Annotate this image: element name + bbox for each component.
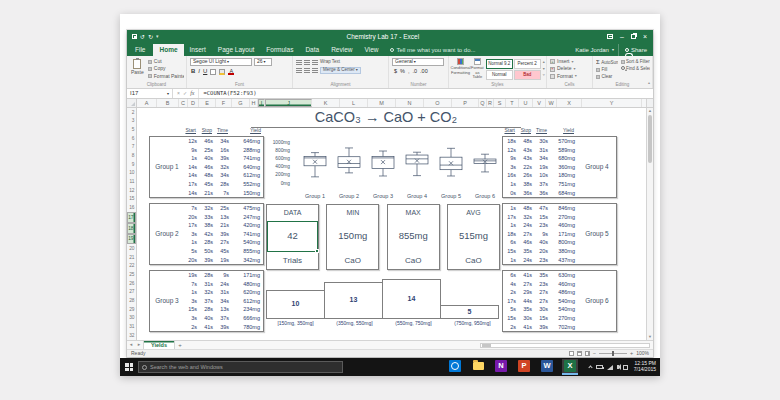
table-cell[interactable]: 40s bbox=[535, 238, 551, 247]
tab-insert[interactable]: Insert bbox=[184, 44, 212, 56]
table-cell[interactable]: 1s bbox=[184, 154, 200, 163]
histogram-bar[interactable]: 10 bbox=[266, 290, 325, 319]
taskbar-app-excel[interactable]: X bbox=[562, 359, 578, 375]
column-header-X[interactable]: X bbox=[557, 99, 582, 107]
table-cell[interactable]: 21s bbox=[200, 188, 216, 197]
table-cell[interactable]: 28s bbox=[200, 271, 216, 280]
table-cell[interactable]: 43s bbox=[519, 154, 535, 163]
row-header-18[interactable]: 18 bbox=[127, 223, 136, 234]
minimize-button[interactable]: – bbox=[620, 33, 624, 41]
table-cell[interactable]: 14s bbox=[184, 171, 200, 180]
column-header-N[interactable]: N bbox=[396, 99, 424, 107]
align-middle-icon[interactable] bbox=[304, 60, 310, 65]
column-header-V[interactable]: V bbox=[533, 99, 546, 107]
number-button[interactable]: % bbox=[400, 68, 405, 74]
table-cell[interactable]: 36s bbox=[519, 188, 535, 197]
tab-data[interactable]: Data bbox=[299, 44, 325, 56]
table-cell[interactable]: 1s bbox=[184, 288, 200, 297]
table-cell[interactable]: 45s bbox=[216, 247, 232, 256]
table-cell[interactable]: 48s bbox=[519, 204, 535, 213]
table-cell[interactable]: 13s bbox=[216, 305, 232, 314]
table-cell[interactable]: 1s bbox=[503, 255, 519, 264]
undo-icon[interactable]: ↺ bbox=[140, 34, 145, 41]
table-cell[interactable]: 15s bbox=[503, 247, 519, 256]
table-cell[interactable]: 486mg bbox=[551, 288, 578, 297]
cut-button[interactable]: Cut bbox=[148, 59, 184, 65]
table-cell[interactable]: 0s bbox=[503, 188, 519, 197]
table-cell[interactable]: 855mg bbox=[232, 247, 263, 256]
row-header-27[interactable]: 27 bbox=[127, 288, 136, 297]
row-header-31[interactable]: 31 bbox=[127, 323, 136, 332]
taskbar-app-cortana[interactable] bbox=[447, 359, 463, 375]
table-cell[interactable]: 460mg bbox=[551, 221, 578, 230]
number-button[interactable]: .0 bbox=[412, 68, 417, 74]
column-header-U[interactable]: U bbox=[519, 99, 533, 107]
table-cell[interactable]: 17s bbox=[503, 297, 519, 306]
table-cell[interactable]: 35s bbox=[519, 247, 535, 256]
table-cell[interactable]: 20s bbox=[184, 213, 200, 222]
number-button[interactable]: , bbox=[408, 68, 410, 74]
table-cell[interactable]: 7s bbox=[216, 188, 232, 197]
table-cell[interactable]: 34s bbox=[535, 154, 551, 163]
table-cell[interactable]: 3s bbox=[184, 297, 200, 306]
table-cell[interactable]: 35s bbox=[535, 271, 551, 280]
add-sheet-button[interactable]: + bbox=[175, 341, 185, 349]
row-header-25[interactable]: 25 bbox=[127, 270, 136, 279]
column-header-F[interactable]: F bbox=[216, 99, 232, 107]
gallery-down-icon[interactable]: ▾ bbox=[543, 67, 545, 72]
column-header-E[interactable]: E bbox=[199, 99, 216, 107]
table-cell[interactable]: 2s bbox=[503, 288, 519, 297]
table-cell[interactable]: 171mg bbox=[232, 271, 263, 280]
column-header-S[interactable]: S bbox=[494, 99, 506, 107]
table-cell[interactable]: 1s bbox=[184, 238, 200, 247]
sheet-nav-left-icon[interactable]: ◂ bbox=[127, 341, 135, 349]
table-cell[interactable]: 630mg bbox=[551, 271, 578, 280]
zoom-out-icon[interactable]: − bbox=[593, 350, 596, 356]
taskbar-app-powerpoint[interactable]: P bbox=[516, 359, 532, 375]
table-cell[interactable]: 420mg bbox=[232, 221, 263, 230]
table-cell[interactable]: 43s bbox=[519, 146, 535, 155]
table-cell[interactable]: 16s bbox=[216, 146, 232, 155]
table-cell[interactable]: 35s bbox=[519, 305, 535, 314]
table-cell[interactable]: 342mg bbox=[232, 255, 263, 264]
format-painter-button[interactable]: Format Painter bbox=[148, 74, 184, 80]
merge-center-button[interactable]: Merge & Center bbox=[320, 67, 361, 74]
name-box[interactable]: I17 bbox=[127, 89, 173, 98]
autosum-button[interactable]: ΣAutoSum bbox=[596, 59, 618, 66]
conditional-formatting-button[interactable]: Conditional Formatting bbox=[452, 58, 469, 80]
table-cell[interactable]: 41s bbox=[519, 322, 535, 331]
table-cell[interactable]: 1s bbox=[503, 180, 519, 189]
align-right-icon[interactable] bbox=[312, 68, 318, 73]
u-button[interactable]: U bbox=[203, 68, 207, 75]
table-cell[interactable]: 39s bbox=[216, 230, 232, 239]
fill-color-icon[interactable] bbox=[219, 69, 225, 75]
sheet-nav-right-icon[interactable]: ▸ bbox=[135, 341, 143, 349]
table-cell[interactable]: 800mg bbox=[551, 238, 578, 247]
fill-button[interactable]: Fill bbox=[596, 67, 618, 72]
table-cell[interactable]: 50s bbox=[200, 247, 216, 256]
tab-view[interactable]: View bbox=[358, 44, 384, 56]
row-header-20[interactable]: 20 bbox=[127, 244, 136, 253]
normal-view-icon[interactable] bbox=[569, 351, 574, 356]
table-cell[interactable]: 32s bbox=[519, 213, 535, 222]
table-cell[interactable]: 37s bbox=[200, 297, 216, 306]
table-cell[interactable]: 5s bbox=[503, 305, 519, 314]
table-cell[interactable]: 32s bbox=[200, 288, 216, 297]
row-header-2[interactable]: 2 bbox=[127, 108, 136, 117]
table-cell[interactable]: 23s bbox=[535, 221, 551, 230]
row-header-21[interactable]: 21 bbox=[127, 253, 136, 262]
borders-icon[interactable] bbox=[210, 69, 216, 75]
formula-input[interactable]: =COUNTA(F52:F93) bbox=[199, 89, 653, 98]
table-cell[interactable]: 23s bbox=[535, 255, 551, 264]
insert-button[interactable]: +Insert▾ bbox=[550, 59, 590, 65]
gallery-more-icon[interactable]: ▿ bbox=[543, 73, 545, 78]
number-button[interactable]: .00 bbox=[420, 68, 428, 74]
table-cell[interactable]: 48s bbox=[519, 137, 535, 146]
column-header-W[interactable]: W bbox=[546, 99, 557, 107]
volume-icon[interactable] bbox=[617, 365, 619, 369]
table-cell[interactable]: 702mg bbox=[551, 322, 578, 331]
table-cell[interactable]: 150mg bbox=[232, 188, 263, 197]
table-cell[interactable]: 32s bbox=[216, 163, 232, 172]
number-format-select[interactable]: General bbox=[392, 58, 444, 66]
table-cell[interactable]: 38s bbox=[519, 180, 535, 189]
